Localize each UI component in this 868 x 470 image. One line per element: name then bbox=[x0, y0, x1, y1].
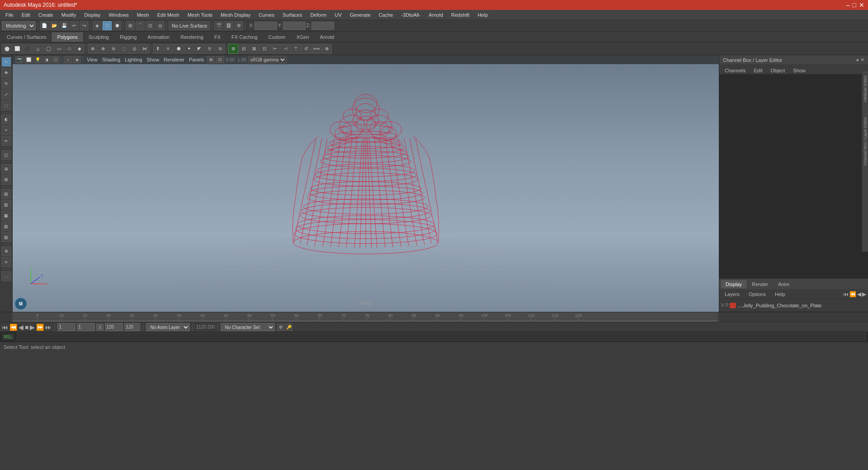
maximize-button[interactable]: □ bbox=[853, 1, 856, 9]
new-scene-btn[interactable]: 📄 bbox=[40, 21, 49, 30]
select-btn[interactable]: ◈ bbox=[93, 21, 102, 30]
menu-cache[interactable]: Cache bbox=[375, 11, 397, 19]
extract-btn[interactable]: ⊘ bbox=[215, 44, 225, 54]
anim-layer-select[interactable]: No Anim Layer bbox=[146, 323, 190, 331]
undo-btn[interactable]: ↩ bbox=[70, 21, 79, 30]
tab-edit[interactable]: Edit bbox=[750, 67, 766, 74]
cone-icon-btn[interactable]: △ bbox=[33, 44, 43, 54]
tab-rendering[interactable]: Rendering bbox=[175, 33, 208, 42]
channel-box-side-tab[interactable]: Channel Box / Layer Editor bbox=[863, 114, 868, 169]
subtab-help[interactable]: Help bbox=[771, 291, 789, 298]
transform-tool-btn[interactable]: ⬚ bbox=[1, 100, 11, 110]
mel-input[interactable] bbox=[17, 333, 866, 341]
menu-create[interactable]: Create bbox=[35, 11, 57, 19]
mirror-btn[interactable]: ⋈ bbox=[140, 44, 150, 54]
layer3-btn[interactable]: ▦ bbox=[1, 211, 11, 221]
tab-animation[interactable]: Animation bbox=[142, 33, 175, 42]
merge-btn[interactable]: ⊢ bbox=[270, 44, 280, 54]
layer-p-label[interactable]: P bbox=[726, 303, 729, 308]
flip-btn[interactable]: ⊤ bbox=[291, 44, 301, 54]
vp-xray-btn[interactable]: ○ bbox=[64, 56, 72, 63]
detach-btn[interactable]: ⊡ bbox=[259, 44, 269, 54]
menu-file[interactable]: File bbox=[2, 11, 17, 19]
viewport[interactable]: 📷 ⬜ 💡 ◑ ⬡ ○ ◈ View Shading Lighting Show… bbox=[13, 55, 719, 312]
target-weld-btn[interactable]: ⊕ bbox=[322, 44, 332, 54]
skip-to-start-btn[interactable]: ⏮ bbox=[2, 324, 8, 331]
soft-select-btn[interactable]: ◐ bbox=[1, 114, 11, 124]
menu-help[interactable]: Help bbox=[474, 11, 491, 19]
torus-icon-btn[interactable]: ◯ bbox=[43, 44, 53, 54]
lasso-select-btn[interactable]: ⌖ bbox=[1, 125, 11, 135]
offset-edge-btn[interactable]: ⊟ bbox=[239, 44, 249, 54]
extrude-btn[interactable]: ⬆ bbox=[153, 44, 163, 54]
layer-tab-render[interactable]: Render bbox=[747, 280, 773, 288]
tab-custom[interactable]: Custom bbox=[264, 33, 291, 42]
play-back-icon[interactable]: ◀ bbox=[857, 291, 861, 297]
layer-tab-anim[interactable]: Anim bbox=[774, 280, 794, 288]
maya-icon[interactable]: M bbox=[14, 297, 27, 310]
window-controls[interactable]: – □ ✕ bbox=[846, 1, 864, 9]
playback-end-input[interactable] bbox=[124, 323, 140, 331]
menu-edit-mesh[interactable]: Edit Mesh bbox=[154, 11, 183, 19]
snap-point-btn[interactable]: ⊡ bbox=[146, 21, 155, 30]
spin-btn[interactable]: ↺ bbox=[301, 44, 311, 54]
separate-btn[interactable]: ⊗ bbox=[98, 44, 108, 54]
play-back-btn[interactable]: ◀ bbox=[19, 324, 24, 331]
vp-wire-btn[interactable]: ⬡ bbox=[52, 56, 60, 63]
x-input[interactable] bbox=[255, 22, 277, 30]
prefs-icon-btn[interactable]: ⚙ bbox=[277, 324, 284, 331]
tab-channels[interactable]: Channels bbox=[721, 67, 749, 74]
connect-btn[interactable]: ⊠ bbox=[249, 44, 259, 54]
tab-rigging[interactable]: Rigging bbox=[115, 33, 142, 42]
scale-tool-btn[interactable]: ⤢ bbox=[1, 89, 11, 99]
bridge-btn[interactable]: ≡ bbox=[163, 44, 173, 54]
close-button[interactable]: ✕ bbox=[859, 1, 864, 9]
ipr-btn[interactable]: 🖼 bbox=[224, 21, 233, 30]
menu-mesh[interactable]: Mesh bbox=[133, 11, 153, 19]
vp-light-btn[interactable]: 💡 bbox=[33, 56, 42, 63]
play-icon[interactable]: ▶ bbox=[862, 291, 866, 297]
tab-xgen[interactable]: XGen bbox=[291, 33, 314, 42]
vp-gate-btn[interactable]: ⊞ bbox=[207, 56, 215, 63]
tab-polygons[interactable]: Polygons bbox=[52, 33, 82, 42]
snap-surface-btn[interactable]: ◎ bbox=[156, 21, 165, 30]
combine-btn[interactable]: ⊕ bbox=[88, 44, 98, 54]
channel-box-close-btn[interactable]: ✕ bbox=[860, 57, 864, 63]
skip-back-icon[interactable]: ⏮ bbox=[843, 291, 849, 297]
char-set-select[interactable]: No Character Set bbox=[221, 323, 275, 331]
save-btn[interactable]: 💾 bbox=[60, 21, 69, 30]
display-layer-btn[interactable]: ▤ bbox=[1, 189, 11, 199]
menu-mesh-display[interactable]: Mesh Display bbox=[217, 11, 254, 19]
platonic-icon-btn[interactable]: ◆ bbox=[75, 44, 85, 54]
symmetry-btn[interactable]: ⟺ bbox=[311, 44, 321, 54]
snap-grid-btn[interactable]: ⊞ bbox=[1, 164, 11, 174]
no-live-surface-btn[interactable]: No Live Surface bbox=[169, 21, 210, 30]
menu-generate[interactable]: Generate bbox=[346, 11, 374, 19]
cylinder-icon-btn[interactable]: ⬛ bbox=[23, 44, 33, 54]
snap-view-btn[interactable]: ⌘ bbox=[1, 175, 11, 185]
vp-show-menu[interactable]: Show bbox=[145, 56, 161, 63]
plane-icon-btn[interactable]: ▭ bbox=[54, 44, 64, 54]
tab-show[interactable]: Show bbox=[789, 67, 809, 74]
snap-curve-btn[interactable]: ⌒ bbox=[136, 21, 145, 30]
timeline-track[interactable]: 5 10 15 20 25 30 35 40 45 50 5 bbox=[13, 312, 719, 322]
menu-uv[interactable]: UV bbox=[331, 11, 345, 19]
skip-to-end-btn[interactable]: ⏭ bbox=[45, 324, 52, 331]
play-btn[interactable]: ▶ bbox=[30, 324, 35, 331]
move-tool-btn[interactable]: ✥ bbox=[1, 68, 11, 78]
disc-icon-btn[interactable]: ⬭ bbox=[64, 44, 74, 54]
key-icon-btn[interactable]: 🔑 bbox=[285, 324, 292, 331]
menu-redshift[interactable]: Redshift bbox=[448, 11, 473, 19]
cube-icon-btn[interactable]: ⬜ bbox=[12, 44, 22, 54]
poke-btn[interactable]: ✦ bbox=[184, 44, 194, 54]
menu-mesh-tools[interactable]: Mesh Tools bbox=[184, 11, 216, 19]
open-btn[interactable]: 📂 bbox=[50, 21, 59, 30]
subtab-options[interactable]: Options bbox=[745, 291, 769, 298]
vp-shade-btn[interactable]: ◑ bbox=[42, 56, 51, 63]
tab-fx-caching[interactable]: FX Caching bbox=[226, 33, 262, 42]
tab-object[interactable]: Object bbox=[767, 67, 788, 74]
tab-sculpting[interactable]: Sculpting bbox=[84, 33, 114, 42]
menu-deform[interactable]: Deform bbox=[307, 11, 330, 19]
show-manip-btn[interactable]: ◫ bbox=[1, 150, 11, 160]
duplicate-btn[interactable]: ⎘ bbox=[205, 44, 215, 54]
